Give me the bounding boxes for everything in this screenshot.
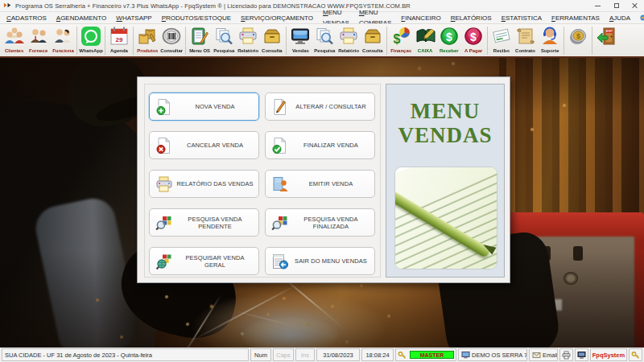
barcode-lens-icon [161,26,182,47]
toolbar-label: Recibo [493,47,510,53]
status-brand: FpqSystem [590,348,627,361]
toolbar-label: Produtos [137,47,158,53]
toolbar-menu-os-button[interactable]: Menu OS [188,25,212,56]
panel-title-line1: MENU [386,99,504,123]
svg-text:29: 29 [116,36,123,43]
emitir-venda-button[interactable]: EMITIR VENDA [265,170,375,198]
menu-whatsapp[interactable]: WHATSAPP [111,13,156,23]
clients-people-icon [4,26,25,47]
search-documents-icon [213,26,234,47]
button-label: FINALIZAR VENDA [292,142,374,149]
sair-menu-vendas-button[interactable]: SAIR DO MENU VENDAS [265,247,375,275]
toolbar-label: Consulta [362,47,383,53]
monitor-sales-icon [290,26,311,47]
status-system: DEMO OS SERRA 7.3 [458,348,527,361]
pesquisar-venda-geral-button[interactable]: PESQUISAR VENDA GERAL [149,247,259,275]
menu-vendas-side-panel: MENU VENDAS [386,84,505,278]
menu-cadastros[interactable]: CADASTROS [2,13,52,23]
printer-icon [237,26,258,47]
support-headset-icon [539,26,560,47]
app-logo-icon [3,2,12,10]
toolbar-label: A Pagar [464,47,482,53]
suppliers-people-icon [28,26,49,47]
menu-financeiro[interactable]: FINANCEIRO [396,13,445,23]
receipt-icon [491,26,512,47]
pay-money-icon: $ [463,26,484,47]
alterar-consultar-button[interactable]: ALTERAR / CONSULTAR [265,93,375,121]
button-label: PESQUISA VENDA PENDENTE [176,216,258,230]
toolbar-clientes-button[interactable]: Clientes [2,25,27,56]
product-boxes-icon [137,26,158,47]
toolbar-produtos-button[interactable]: Produtos [135,25,159,56]
toolbar-pesquisa-os-button[interactable]: Pesquisa [212,25,236,56]
toolbar-label: Receber [440,47,459,53]
nova-venda-button[interactable]: NOVA VENDA [149,93,259,121]
toolbar-a-pagar-button[interactable]: $ A Pagar [461,25,485,56]
toolbar-consulta-os-button[interactable]: Consulta [260,25,284,56]
toolbar-label: Pesquisa [213,47,234,53]
toolbar-label: Vendas [292,47,309,53]
menu-produtos-estoque[interactable]: PRODUTOS/ESTOQUE [157,13,236,23]
toolbar-fornece-button[interactable]: Fornece [27,25,51,56]
status-monitor[interactable] [575,348,588,361]
toolbar-separator [386,27,387,55]
toolbar-relatorio-os-button[interactable]: Relatório [236,25,260,56]
toolbar-receber-button[interactable]: $ Receber [437,25,461,56]
maximize-button[interactable] [607,0,625,11]
status-email[interactable]: Email [529,348,558,361]
sales-report-printer-icon [155,175,173,193]
toolbar-label: Relatório [338,47,359,53]
insert-text: Ins [301,352,309,359]
calendar-icon: 29 [109,26,130,47]
toolbar-sair-button[interactable]: EXIT [594,25,618,56]
svg-text:$: $ [446,31,452,43]
pesquisa-venda-finalizada-button[interactable]: PESQUISA VENDA FINALIZADA [265,208,375,237]
finalizar-venda-button[interactable]: FINALIZAR VENDA [265,131,375,159]
menu-ajuda[interactable]: AJUDA [605,13,635,23]
toolbar-consulta-vendas-button[interactable]: Consulta [361,25,385,56]
toolbar: Clientes Fornece Funciona WhatsApp [0,23,644,58]
menu-bar: CADASTROS AGENDAMENTO WHATSAPP PRODUTOS/… [0,12,644,23]
toolbar-funciona-button[interactable]: Funciona [51,25,75,56]
drawer-icon [262,26,283,47]
menu-estatistica[interactable]: ESTATISTICA [497,13,547,23]
toolbar-relatorio-vendas-button[interactable]: Relatório [336,25,361,56]
svg-text:$: $ [470,31,477,43]
toolbar-caixa-button[interactable]: CAIXA [413,25,437,56]
toolbar-separator [185,27,186,55]
button-label: NOVA VENDA [176,103,258,110]
toolbar-separator [76,27,77,55]
toolbar-pesquisa-vendas-button[interactable]: Pesquisa [312,25,336,56]
toolbar-recibo-button[interactable]: Recibo [489,25,514,56]
toolbar-label: Menu OS [189,47,210,53]
toolbar-contrato-button[interactable]: Contrato [514,25,538,56]
toolbar-label: Clientes [5,47,23,53]
relatorio-das-vendas-button[interactable]: RELATÓRIO DAS VENDAS [149,170,259,198]
menu-agendamento[interactable]: AGENDAMENTO [52,13,112,23]
status-user: MASTER [395,348,456,361]
toolbar-financas-button[interactable]: $ Finanças [389,25,413,56]
toolbar-suporte-button[interactable]: Suporte [538,25,562,56]
toolbar-whatsapp-button[interactable]: WhatsApp [79,25,103,56]
button-label: PESQUISA VENDA FINALIZADA [292,216,374,230]
svg-text:$: $ [576,32,580,40]
menu-ferramentas[interactable]: FERRAMENTAS [547,13,605,23]
cancelar-venda-button[interactable]: CANCELAR VENDA [149,131,259,159]
minimize-button[interactable] [588,0,607,11]
toolbar-separator [564,27,564,55]
toolbar-separator [592,27,592,55]
toolbar-label: Pesquisa [314,47,335,53]
envelope-icon [532,351,541,360]
menu-servico-orcamento[interactable]: SERVIÇO/ORÇAMENTO [236,13,318,23]
toolbar-agenda-button[interactable]: 29 Agenda [107,25,131,56]
email-globe-icon [640,14,644,22]
status-printer[interactable] [559,348,573,361]
toolbar-moeda-button[interactable]: $ [566,25,590,56]
toolbar-vendas-button[interactable]: Vendas [288,25,312,56]
pesquisa-venda-pendente-button[interactable]: PESQUISA VENDA PENDENTE [149,208,259,237]
toolbar-label: Consultar [160,47,183,53]
toolbar-consultar-button[interactable]: Consultar [159,25,184,56]
menu-relatorios[interactable]: RELATÓRIOS [446,13,497,23]
keys-icon [398,351,407,360]
panel-title-line2: VENDAS [386,123,504,147]
